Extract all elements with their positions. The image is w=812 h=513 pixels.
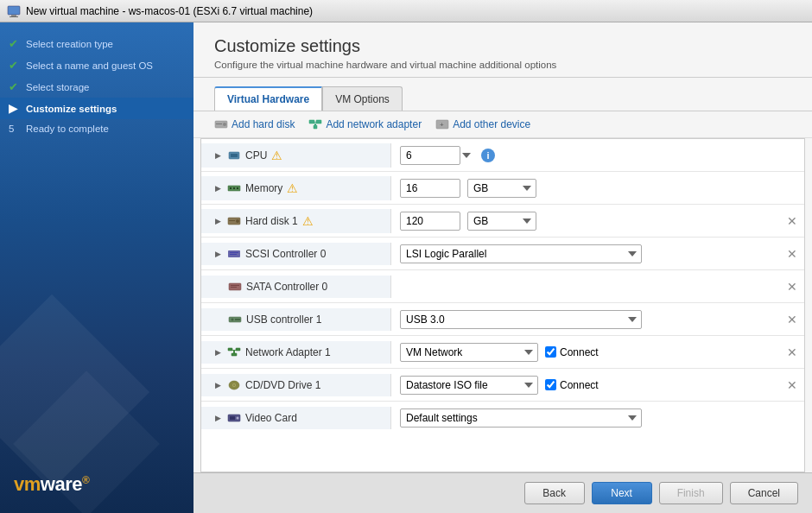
svg-rect-0 <box>8 6 20 15</box>
scsi-value-cell: LSI Logic Parallel LSI Logic SAS VMware … <box>391 240 780 268</box>
next-button[interactable]: Next <box>592 482 652 504</box>
scsi-type-select[interactable]: LSI Logic Parallel LSI Logic SAS VMware … <box>400 244 642 263</box>
disk-size-input[interactable] <box>400 212 460 231</box>
sata-value-cell <box>391 282 780 291</box>
sidebar-step-5-label: Ready to complete <box>26 124 109 134</box>
memory-input[interactable] <box>400 179 460 198</box>
memory-value-cell: GB MB <box>391 174 804 202</box>
cpu-icon <box>227 150 241 161</box>
usb-label: USB controller 1 <box>246 314 321 326</box>
table-row: ▶ SCSI Controller 0 LSI Logic Parallel L… <box>201 238 804 270</box>
network-connect-checkbox[interactable] <box>545 346 556 358</box>
disk-icon <box>227 216 241 226</box>
check-icon-2: ✔ <box>9 59 21 72</box>
memory-unit-select[interactable]: GB MB <box>467 179 536 198</box>
finish-button[interactable]: Finish <box>659 482 723 504</box>
table-row: ▶ CPU ⚠ i <box>201 139 804 172</box>
cdrom-connect-text: Connect <box>560 379 599 391</box>
memory-icon <box>227 183 241 193</box>
back-button[interactable]: Back <box>524 482 585 504</box>
add-network-label: Add network adapter <box>326 118 422 130</box>
check-icon-3: ✔ <box>9 80 21 93</box>
tab-vm-options[interactable]: VM Options <box>322 86 403 111</box>
video-label-cell[interactable]: ▶ Video Card <box>201 407 391 429</box>
usb-version-select[interactable]: USB 3.0 USB 2.0 USB 3.1 <box>400 310 642 329</box>
cpu-label-cell[interactable]: ▶ CPU ⚠ <box>201 143 391 168</box>
video-select[interactable]: Default settings Custom <box>400 408 642 428</box>
page-header: Customize settings Configure the virtual… <box>193 22 812 78</box>
svg-rect-34 <box>233 351 235 353</box>
table-row: SATA Controller 0 ✕ <box>201 270 804 303</box>
cdrom-label-cell[interactable]: ▶ CD/DVD Drive 1 <box>201 374 391 396</box>
vm-icon <box>7 4 21 18</box>
add-hard-disk-label: Add hard disk <box>232 118 295 130</box>
cancel-button[interactable]: Cancel <box>730 482 798 504</box>
svg-rect-30 <box>235 319 240 320</box>
device-actions-bar: Add hard disk Add network adapter + Add … <box>193 111 812 138</box>
hard-disk-label-cell[interactable]: ▶ Hard disk 1 ⚠ <box>201 209 391 233</box>
svg-rect-5 <box>216 124 222 124</box>
svg-rect-2 <box>10 16 18 17</box>
logo-vm: vm <box>14 473 41 495</box>
cpu-label: CPU <box>245 149 267 162</box>
tabs-row: Virtual Hardware VM Options <box>193 78 812 111</box>
network-label: Network Adapter 1 <box>245 346 331 358</box>
disk-unit-select[interactable]: GB MB TB <box>467 212 536 231</box>
network-value-cell: VM Network Management Network Connect <box>391 339 780 366</box>
svg-rect-32 <box>236 348 240 351</box>
settings-scroll[interactable]: ▶ CPU ⚠ i ▶ <box>200 138 805 472</box>
cdrom-select[interactable]: Datastore ISO file Client device Host de… <box>400 376 538 395</box>
sata-remove-button[interactable]: ✕ <box>780 280 804 294</box>
disk-remove-button[interactable]: ✕ <box>780 214 804 228</box>
cdrom-connect-checkbox[interactable] <box>545 379 556 390</box>
svg-rect-40 <box>230 416 235 420</box>
svg-rect-23 <box>230 252 238 253</box>
expand-arrow-scsi: ▶ <box>215 250 221 258</box>
svg-point-38 <box>233 384 235 386</box>
video-value-cell: Default settings Custom <box>391 404 804 432</box>
sidebar-step-3-label: Select storage <box>26 82 90 92</box>
svg-rect-21 <box>229 220 235 221</box>
memory-label-cell[interactable]: ▶ Memory ⚠ <box>201 176 391 200</box>
hard-disk-label: Hard disk 1 <box>245 215 298 227</box>
table-row: ▶ Network Adapter 1 VM Network Managemen… <box>201 336 804 369</box>
add-other-device-link[interactable]: + Add other device <box>435 118 530 130</box>
sidebar-step-2-label: Select a name and guest OS <box>26 60 153 71</box>
svg-rect-18 <box>237 187 238 189</box>
cdrom-label: CD/DVD Drive 1 <box>245 379 320 391</box>
network-label-cell[interactable]: ▶ Network Adapter 1 <box>201 341 391 364</box>
sidebar: ✔ Select creation type ✔ Select a name a… <box>0 22 193 513</box>
expand-arrow-cpu: ▶ <box>215 151 221 160</box>
network-select[interactable]: VM Network Management Network <box>400 343 538 362</box>
table-row: ▶ CD/DVD Drive 1 Datastore ISO file Clie… <box>201 369 804 402</box>
cpu-input[interactable] <box>400 146 460 165</box>
network-connect-label: Connect <box>545 346 599 358</box>
usb-label-cell: USB controller 1 <box>201 308 391 331</box>
usb-remove-button[interactable]: ✕ <box>780 313 804 326</box>
cpu-info-icon[interactable]: i <box>481 149 495 162</box>
other-device-icon: + <box>435 119 449 130</box>
sata-label-cell: SATA Controller 0 <box>201 276 391 298</box>
svg-rect-8 <box>314 122 316 123</box>
cpu-value-cell: i <box>391 142 804 169</box>
expand-arrow-memory: ▶ <box>215 184 221 193</box>
tab-virtual-hardware[interactable]: Virtual Hardware <box>214 86 322 111</box>
scsi-label-cell[interactable]: ▶ SCSI Controller 0 <box>201 243 391 265</box>
sata-label: SATA Controller 0 <box>246 281 327 293</box>
page-subtitle: Configure the virtual machine hardware a… <box>214 60 791 70</box>
scsi-remove-button[interactable]: ✕ <box>780 247 804 261</box>
add-hard-disk-link[interactable]: Add hard disk <box>214 118 295 130</box>
cpu-dropdown-arrow <box>462 153 471 158</box>
sidebar-step-4: ▶ Customize settings <box>0 98 193 119</box>
cpu-warning-icon: ⚠ <box>271 149 282 162</box>
step-num-5: 5 <box>9 124 21 134</box>
content-area: Customize settings Configure the virtual… <box>193 22 812 513</box>
network-remove-button[interactable]: ✕ <box>780 345 804 359</box>
svg-rect-27 <box>231 287 237 288</box>
add-network-adapter-link[interactable]: Add network adapter <box>308 118 422 130</box>
cdrom-remove-button[interactable]: ✕ <box>780 378 804 392</box>
svg-point-20 <box>236 219 239 223</box>
video-icon <box>227 413 241 423</box>
disk-warning-icon: ⚠ <box>302 214 314 228</box>
scsi-icon <box>227 249 241 259</box>
